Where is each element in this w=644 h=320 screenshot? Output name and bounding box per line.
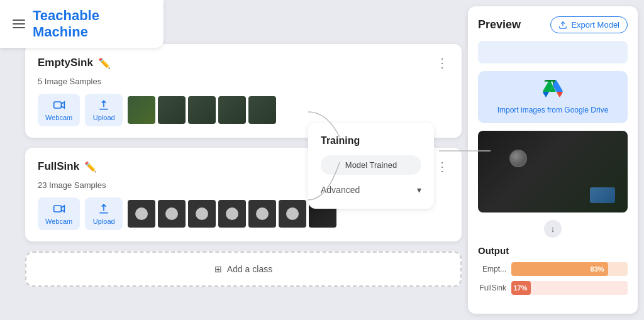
preview-sticker <box>590 187 615 203</box>
add-class-label: Add a class <box>227 264 272 274</box>
training-title: Training <box>321 135 421 146</box>
menu-icon[interactable] <box>13 19 25 28</box>
emptysink-samples-row: Webcam Upload <box>38 94 449 126</box>
model-trained-btn[interactable]: Model Trained <box>321 155 421 175</box>
input-bar[interactable] <box>478 41 628 63</box>
output-bar-container-1: 83% <box>511 262 628 276</box>
preview-screw <box>509 150 527 167</box>
export-model-btn[interactable]: Export Model <box>550 16 628 33</box>
emptysink-thumbs <box>128 96 276 124</box>
output-title: Output <box>478 245 628 256</box>
add-class-button[interactable]: ⊞ Add a class <box>25 251 462 287</box>
fthumb-6 <box>279 200 306 228</box>
emptysink-upload-label: Upload <box>93 114 115 121</box>
export-icon <box>558 21 567 30</box>
emptysink-title: EmptySink <box>38 57 93 69</box>
output-bar-label-1: 83% <box>591 265 604 273</box>
advanced-row[interactable]: Advanced ▾ <box>321 184 421 196</box>
output-row-2: FullSink 17% <box>478 281 628 295</box>
preview-image <box>478 131 628 212</box>
add-class-icon: ⊞ <box>214 264 222 274</box>
gdrive-svg <box>543 80 563 97</box>
fullsink-title-row: FullSink ✏️ <box>38 160 97 173</box>
thumb-2 <box>158 96 186 124</box>
chevron-down-icon: ▾ <box>417 185 421 195</box>
output-bar-container-2: 17% <box>511 281 628 295</box>
fthumb-5 <box>248 200 276 228</box>
fullsink-webcam-label: Webcam <box>45 218 72 225</box>
advanced-label: Advanced <box>321 185 360 195</box>
training-box: Training Model Trained Advanced ▾ <box>308 123 434 209</box>
output-row-1: Empt... 83% <box>478 262 628 276</box>
thumb-4 <box>218 96 246 124</box>
output-label-1: Empt... <box>478 265 506 273</box>
down-arrow-area: ↓ <box>478 220 628 238</box>
output-label-2: FullSink <box>478 284 506 292</box>
emptysink-header: EmptySink ✏️ ⋮ <box>38 55 449 70</box>
right-panel: Preview Export Model Import images from … <box>468 6 638 314</box>
header: Teachable Machine <box>0 0 164 48</box>
fthumb-1 <box>128 200 155 228</box>
svg-rect-1 <box>53 206 61 212</box>
gdrive-text: Import images from Google Drive <box>497 106 609 114</box>
down-arrow-icon[interactable]: ↓ <box>544 220 562 238</box>
emptysink-webcam-label: Webcam <box>45 114 72 121</box>
fthumb-4 <box>218 200 246 228</box>
emptysink-title-row: EmptySink ✏️ <box>38 57 111 69</box>
svg-rect-0 <box>53 102 61 108</box>
fullsink-upload-label: Upload <box>93 218 115 225</box>
panel-header: Preview Export Model <box>478 16 628 33</box>
preview-title: Preview <box>478 18 521 31</box>
fullsink-title: FullSink <box>38 160 79 173</box>
output-bar-fill-2: 17% <box>511 281 531 295</box>
thumb-1 <box>128 96 155 124</box>
gdrive-import-btn[interactable]: Import images from Google Drive <box>478 71 628 123</box>
emptysink-upload-btn[interactable]: Upload <box>85 94 123 126</box>
output-bar-label-2: 17% <box>513 284 527 292</box>
fthumb-2 <box>158 200 186 228</box>
thumb-5 <box>248 96 276 124</box>
fthumb-3 <box>188 200 216 228</box>
emptysink-sample-count: 5 Image Samples <box>38 77 449 86</box>
fullsink-upload-btn[interactable]: Upload <box>85 197 123 230</box>
app-title: Teachable Machine <box>33 8 151 40</box>
emptysink-edit-icon[interactable]: ✏️ <box>98 57 111 69</box>
thumb-3 <box>188 96 216 124</box>
output-section: Output Empt... 83% FullSink 17% <box>478 245 628 304</box>
emptysink-webcam-btn[interactable]: Webcam <box>38 94 80 126</box>
fullsink-edit-icon[interactable]: ✏️ <box>84 161 97 173</box>
fullsink-webcam-btn[interactable]: Webcam <box>38 197 80 230</box>
export-label: Export Model <box>571 20 619 30</box>
fullsink-more-icon[interactable]: ⋮ <box>436 159 449 174</box>
fullsink-thumbs <box>128 200 336 228</box>
emptysink-more-icon[interactable]: ⋮ <box>436 55 449 70</box>
gdrive-icon <box>543 80 563 102</box>
output-bar-fill-1: 83% <box>511 262 608 276</box>
